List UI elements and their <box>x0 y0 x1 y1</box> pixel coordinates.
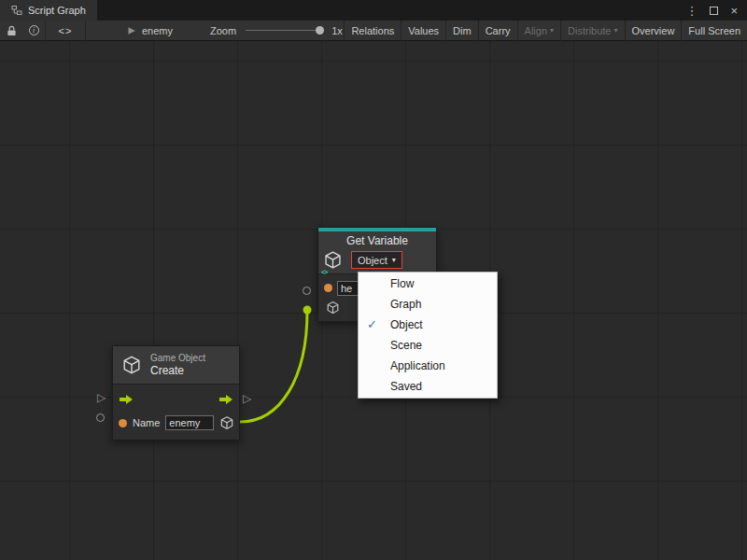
menu-item-scene[interactable]: Scene <box>359 335 497 356</box>
toolbar-buttons: Relations Values Dim Carry Align▾ Distri… <box>344 21 747 41</box>
script-graph-window: Script Graph ⋮ × i <> enemy Zoom <box>0 0 747 560</box>
info-button[interactable]: i <box>22 21 45 41</box>
menu-item-label: Application <box>390 359 445 372</box>
breadcrumb: enemy <box>127 25 173 36</box>
button-label: Values <box>408 25 439 36</box>
get-variable-name-port[interactable] <box>303 287 311 295</box>
button-label: Distribute <box>568 25 611 36</box>
relations-button[interactable]: Relations <box>344 21 401 41</box>
button-label: Align <box>525 25 547 36</box>
distribute-button[interactable]: Distribute▾ <box>560 21 624 41</box>
code-view-button[interactable]: <> <box>46 21 85 41</box>
toolbar-divider <box>85 21 86 41</box>
variable-cube-icon: <> <box>323 250 343 270</box>
close-icon[interactable]: × <box>730 5 738 17</box>
check-icon: ✓ <box>367 317 377 331</box>
menu-item-application[interactable]: Application <box>359 356 497 376</box>
button-label: Overview <box>632 25 675 36</box>
scope-dropdown-menu: Flow Graph ✓ Object Scene Application Sa… <box>358 272 498 399</box>
flow-in-port[interactable]: ▷ <box>97 392 106 403</box>
menu-item-label: Object <box>390 318 423 331</box>
flow-out-port[interactable]: ▷ <box>243 393 251 404</box>
menu-item-label: Flow <box>390 277 414 290</box>
window-controls: ⋮ × <box>685 0 747 21</box>
graph-pointer-icon <box>127 26 136 35</box>
button-label: Relations <box>351 25 394 36</box>
zoom-slider-handle[interactable] <box>316 26 324 35</box>
chevron-down-icon: ▾ <box>392 257 396 264</box>
zoom-slider[interactable] <box>246 30 320 31</box>
lock-button[interactable] <box>0 21 22 41</box>
menu-item-label: Saved <box>390 380 422 393</box>
button-label: Carry <box>486 25 511 36</box>
zoom-label: Zoom <box>210 25 236 36</box>
create-game-object-node[interactable]: Game Object Create Name <box>112 345 240 441</box>
align-button[interactable]: Align▾ <box>517 21 560 41</box>
maximize-icon[interactable] <box>710 7 718 15</box>
object-input-port-icon[interactable] <box>326 301 340 315</box>
game-object-output-port-icon[interactable] <box>219 415 234 430</box>
scope-value: Object <box>358 255 388 266</box>
variable-scope-dropdown[interactable]: Object ▾ <box>351 251 402 269</box>
name-field-label: Name <box>133 417 160 428</box>
fullscreen-button[interactable]: Full Screen <box>681 21 747 41</box>
game-object-cube-icon <box>121 355 142 375</box>
tab-label: Script Graph <box>28 5 86 16</box>
menu-item-saved[interactable]: Saved <box>359 376 497 397</box>
flow-in-arrow-icon[interactable] <box>119 394 134 405</box>
menu-item-graph[interactable]: Graph <box>359 294 497 315</box>
create-node-body: Name <box>113 384 239 440</box>
name-input-port[interactable] <box>119 419 127 427</box>
carry-button[interactable]: Carry <box>478 21 517 41</box>
script-graph-icon <box>11 5 22 16</box>
window-menu-icon[interactable]: ⋮ <box>685 5 698 17</box>
graph-canvas[interactable]: Get Variable <> Object ▾ <box>0 41 747 560</box>
menu-item-label: Graph <box>390 298 421 311</box>
menu-item-flow[interactable]: Flow <box>359 273 497 294</box>
chevron-down-icon: ▾ <box>550 27 554 35</box>
values-button[interactable]: Values <box>401 21 445 41</box>
name-input[interactable] <box>165 415 214 430</box>
chevron-down-icon: ▾ <box>614 27 618 35</box>
get-variable-header: Get Variable <> Object ▾ <box>318 231 436 273</box>
dim-button[interactable]: Dim <box>445 21 478 41</box>
button-label: Full Screen <box>688 25 740 36</box>
menu-item-label: Scene <box>390 339 422 352</box>
lock-icon <box>7 25 17 36</box>
info-icon: i <box>29 25 39 35</box>
overview-button[interactable]: Overview <box>625 21 682 41</box>
create-name-port[interactable] <box>96 413 105 422</box>
name-input-port[interactable] <box>324 284 332 292</box>
button-label: Dim <box>453 25 472 36</box>
flow-out-arrow-icon[interactable] <box>218 394 233 405</box>
node-title: Create <box>150 364 205 377</box>
menu-item-object[interactable]: ✓ Object <box>359 315 497 335</box>
titlebar: Script Graph ⋮ × <box>0 0 747 21</box>
node-category: Game Object <box>150 353 205 363</box>
toolbar: i <> enemy Zoom 1x Relations Values Dim … <box>0 21 747 41</box>
zoom-value: 1x <box>331 25 343 36</box>
tab-script-graph[interactable]: Script Graph <box>0 0 97 21</box>
node-title: Get Variable <box>323 234 431 247</box>
graph-name-label: enemy <box>142 25 173 36</box>
create-node-header: Game Object Create <box>113 346 239 384</box>
